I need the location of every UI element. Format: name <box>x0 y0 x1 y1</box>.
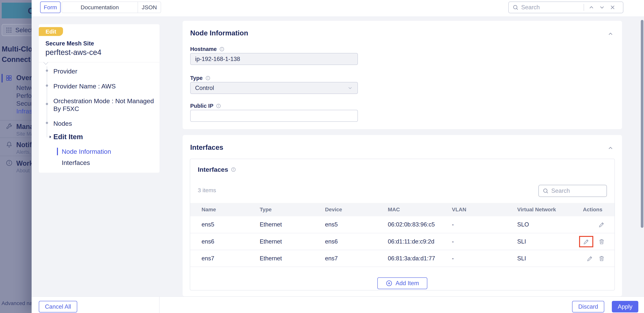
editor-footer: Cancel All Discard Apply <box>32 296 644 313</box>
step-orchestration-mode[interactable]: Orchestration Mode : Not Managed By F5XC <box>53 97 156 113</box>
object-name: perftest-aws-ce4 <box>46 48 102 57</box>
tab-documentation[interactable]: Documentation <box>62 2 138 13</box>
editor-search[interactable] <box>508 2 623 13</box>
editor-header: Form Documentation JSON <box>32 0 644 17</box>
collapse-notch-icon[interactable] <box>43 60 48 65</box>
info-circle-icon <box>6 159 13 166</box>
cell-mac: 06:d1:11:de:c9:2d <box>376 233 440 250</box>
sidebar-divider <box>0 138 32 138</box>
table-header-row: Name Type Device MAC VLAN Virtual Networ… <box>190 203 614 216</box>
step-provider[interactable]: Provider <box>53 67 78 75</box>
column-header-mac[interactable]: MAC <box>376 203 440 216</box>
delete-icon[interactable] <box>598 238 605 245</box>
step-provider-name[interactable]: Provider Name : AWS <box>53 82 116 90</box>
edit-icon[interactable] <box>598 221 605 228</box>
step-dot <box>46 70 48 72</box>
step-dot <box>46 85 48 87</box>
edit-icon[interactable] <box>583 238 590 245</box>
column-header-virtual-network[interactable]: Virtual Network <box>506 203 563 216</box>
advanced-nav-label[interactable]: Advanced nav <box>2 300 32 306</box>
cell-name: ens7 <box>190 250 248 267</box>
page-title-line2: Connect <box>2 56 30 64</box>
form-nav-card: Edit Secure Mesh Site perftest-aws-ce4 P… <box>39 24 160 173</box>
interfaces-table: Name Type Device MAC VLAN Virtual Networ… <box>190 203 614 267</box>
sidebar-item-manage[interactable]: Mana <box>16 123 32 131</box>
section-title: Node Information <box>190 29 248 37</box>
sidebar-item-workspace-subtitle: About <box>16 168 30 174</box>
tab-json[interactable]: JSON <box>138 2 161 13</box>
info-icon[interactable] <box>205 76 210 81</box>
info-icon[interactable] <box>216 103 221 109</box>
column-header-vlan[interactable]: VLAN <box>440 203 506 216</box>
type-label: Type <box>190 75 210 81</box>
add-item-label: Add Item <box>396 280 419 287</box>
column-header-type[interactable]: Type <box>248 203 314 216</box>
sidebar-item-infrastructure[interactable]: Infrast <box>16 108 32 115</box>
cell-device: ens6 <box>314 233 376 250</box>
editor-search-input[interactable] <box>521 4 584 11</box>
info-icon[interactable] <box>231 167 236 172</box>
sidebar-item-workspace[interactable]: Work <box>16 159 32 167</box>
object-type-label: Secure Mesh Site <box>46 40 94 47</box>
overview-grid-icon <box>5 74 12 82</box>
cell-type: Ethernet <box>248 250 314 267</box>
cell-vlan: - <box>440 250 506 267</box>
search-icon <box>542 188 548 194</box>
table-search[interactable] <box>538 185 607 197</box>
bell-icon <box>6 141 13 148</box>
sidebar-item-performance[interactable]: Perfor <box>16 92 32 99</box>
cancel-all-button[interactable]: Cancel All <box>39 301 77 312</box>
chevron-up-icon[interactable] <box>588 4 594 11</box>
column-header-actions: Actions <box>563 203 614 216</box>
cell-virtual-network: SLI <box>506 250 563 267</box>
column-header-device[interactable]: Device <box>314 203 376 216</box>
apply-button[interactable]: Apply <box>612 301 638 312</box>
cell-mac: 06:81:3a:da:d1:77 <box>376 250 440 267</box>
footer-divider <box>159 297 160 313</box>
column-header-name[interactable]: Name <box>190 203 248 216</box>
collapse-section-icon[interactable] <box>607 145 614 151</box>
sidebar-item-security[interactable]: Securi <box>16 100 32 107</box>
active-substep-indicator <box>57 148 58 155</box>
sidebar-divider <box>0 156 32 156</box>
sidebar-item-notifications[interactable]: Notifi <box>16 141 32 149</box>
sidebar-item-manage-subtitle: Site Ma <box>16 131 32 137</box>
substep-node-information[interactable]: Node Information <box>62 148 111 155</box>
discard-button[interactable]: Discard <box>572 301 604 312</box>
table-row: ens6 Ethernet ens6 06:d1:11:de:c9:2d - S… <box>190 233 614 250</box>
cell-type: Ethernet <box>248 233 314 250</box>
delete-icon[interactable] <box>598 255 605 262</box>
step-dot <box>46 122 48 124</box>
collapse-section-icon[interactable] <box>607 31 614 37</box>
cell-device: ens5 <box>314 216 376 233</box>
hostname-label-text: Hostname <box>190 46 217 52</box>
select-button-label: Select <box>15 27 32 34</box>
interfaces-section: Interfaces Interfaces 3 items <box>182 135 622 296</box>
sidebar-item-overview[interactable]: Overv <box>16 74 32 82</box>
step-nodes[interactable]: Nodes <box>53 120 72 127</box>
close-icon[interactable] <box>609 4 616 11</box>
partial-letter: C <box>28 6 32 16</box>
teal-banner <box>2 3 32 18</box>
caret-right-icon <box>48 135 52 139</box>
cell-vlan: - <box>440 216 506 233</box>
table-search-input[interactable] <box>551 187 598 194</box>
info-icon[interactable] <box>219 47 224 52</box>
substep-interfaces[interactable]: Interfaces <box>62 159 90 166</box>
chevron-down-icon[interactable] <box>599 4 605 11</box>
step-edit-item[interactable]: Edit Item <box>53 133 83 141</box>
step-dot <box>46 103 48 105</box>
scrollbar-thumb[interactable] <box>641 20 644 228</box>
search-divider <box>584 4 584 11</box>
tab-form[interactable]: Form <box>40 2 60 13</box>
select-button[interactable]: Select <box>2 24 32 36</box>
interfaces-list-title: Interfaces <box>198 166 236 173</box>
table-row: ens5 Ethernet ens5 06:02:0b:83:96:c5 - S… <box>190 216 614 233</box>
sidebar-item-network[interactable]: Netwo <box>16 84 32 92</box>
add-item-button[interactable]: Add Item <box>377 277 427 289</box>
node-information-section: Node Information Hostname Type <box>182 21 622 129</box>
type-dropdown[interactable]: Control <box>190 82 358 94</box>
public-ip-field[interactable] <box>190 110 358 122</box>
edit-icon[interactable] <box>586 255 593 262</box>
hostname-field[interactable] <box>190 53 358 65</box>
